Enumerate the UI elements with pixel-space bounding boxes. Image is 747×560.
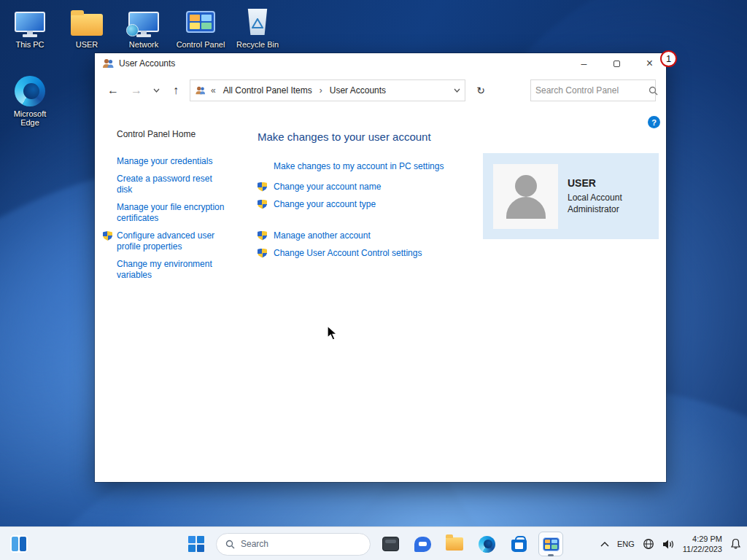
desktop: This PC USER Network Control Panel Recyc: [0, 0, 747, 560]
search-input[interactable]: [535, 85, 649, 96]
uac-shield-icon: [258, 200, 267, 209]
desktop-icon-label: USER: [76, 40, 98, 49]
desktop-icon-recycle-bin[interactable]: Recycle Bin: [229, 6, 286, 49]
desktop-icons: This PC USER Network Control Panel Recyc: [1, 6, 286, 49]
app-window-icon: [382, 537, 399, 551]
search-icon: [225, 540, 235, 549]
link-pc-settings[interactable]: Make changes to my account in PC setting…: [274, 161, 444, 171]
sidebar-item-password-reset-disk[interactable]: Create a password reset disk: [117, 174, 228, 195]
sidebar-item-environment-variables[interactable]: Change my environment variables: [117, 259, 228, 281]
back-button[interactable]: ←: [104, 81, 123, 100]
desktop-icon-user-folder[interactable]: USER: [58, 6, 115, 49]
store-icon: [511, 540, 527, 552]
breadcrumb-all-control-panel-items[interactable]: All Control Panel Items: [221, 84, 314, 97]
network-globe-icon[interactable]: [643, 538, 654, 550]
avatar-torso: [506, 197, 546, 219]
sidebar: Control Panel Home Manage your credentia…: [95, 107, 258, 482]
network-icon: [126, 6, 161, 38]
file-explorer-icon: [446, 537, 463, 551]
window-body: Control Panel Home Manage your credentia…: [95, 107, 666, 482]
navigation-bar: ← → ↑ « All Control Panel Items › User A…: [95, 74, 666, 107]
tray-overflow-button[interactable]: [600, 542, 609, 547]
desktop-icon-microsoft-edge[interactable]: Microsoft Edge: [1, 75, 58, 127]
start-button[interactable]: [184, 532, 209, 556]
uac-shield-icon: [258, 231, 267, 241]
desktop-icon-control-panel[interactable]: Control Panel: [172, 6, 229, 49]
uac-shield-icon: [258, 182, 267, 192]
taskbar-app-edge[interactable]: [474, 532, 499, 556]
taskbar-app-file-explorer[interactable]: [442, 532, 467, 556]
volume-icon[interactable]: [662, 539, 675, 550]
taskbar-app-store[interactable]: [506, 532, 531, 556]
edge-icon: [12, 75, 47, 107]
window-titlebar: User Accounts – ×: [95, 53, 666, 74]
forward-button[interactable]: →: [127, 81, 146, 100]
desktop-icons-row2: Microsoft Edge: [1, 75, 58, 127]
breadcrumb-user-accounts[interactable]: User Accounts: [328, 84, 388, 97]
sidebar-item-manage-credentials[interactable]: Manage your credentials: [117, 156, 228, 167]
user-role: Administrator: [568, 203, 622, 215]
user-tile-text: USER Local Account Administrator: [568, 177, 622, 215]
maximize-button[interactable]: [600, 53, 633, 74]
uac-shield-icon: [258, 249, 267, 258]
taskbar-app-chat[interactable]: [410, 532, 435, 556]
chevron-down-icon: [153, 88, 160, 93]
taskbar-center: Search: [184, 527, 563, 560]
widgets-icon[interactable]: [10, 535, 28, 553]
breadcrumb-separator-icon: ›: [318, 85, 324, 96]
chevron-up-icon: [600, 542, 609, 547]
sidebar-item-advanced-user-profile[interactable]: Configure advanced user profile properti…: [117, 230, 228, 252]
taskbar-app-control-panel[interactable]: [538, 532, 563, 556]
address-bar[interactable]: « All Control Panel Items › User Account…: [190, 79, 465, 101]
page-title: Make changes to your user account: [258, 131, 666, 143]
language-indicator[interactable]: ENG: [617, 540, 635, 548]
control-panel-search[interactable]: [530, 79, 656, 101]
breadcrumb-overflow[interactable]: «: [209, 85, 217, 96]
control-panel-icon: [543, 537, 560, 551]
main-content: Make changes to your user account Make c…: [258, 107, 666, 482]
link-change-account-type[interactable]: Change your account type: [274, 199, 376, 209]
this-pc-icon: [12, 6, 47, 38]
clock-time: 4:29 PM: [683, 534, 722, 544]
taskbar-search[interactable]: Search: [216, 533, 371, 556]
sidebar-item-label: Configure advanced user profile properti…: [117, 230, 214, 252]
notifications-bell-icon[interactable]: [730, 538, 741, 550]
maximize-icon: [614, 61, 620, 67]
edge-icon: [479, 536, 495, 553]
minimize-button[interactable]: –: [568, 53, 600, 74]
taskbar-search-label: Search: [241, 539, 268, 549]
desktop-icon-label: This PC: [15, 40, 44, 49]
link-change-uac-settings[interactable]: Change User Account Control settings: [274, 248, 422, 258]
window-title: User Accounts: [119, 58, 175, 69]
desktop-icon-this-pc[interactable]: This PC: [1, 6, 58, 49]
link-change-account-name[interactable]: Change your account name: [274, 182, 381, 192]
desktop-icon-label: Microsoft Edge: [4, 109, 56, 127]
recent-pages-dropdown[interactable]: [150, 81, 162, 100]
user-account-type: Local Account: [568, 192, 622, 203]
annotation-marker-1: 1: [660, 50, 677, 67]
recycle-bin-icon: [240, 6, 275, 38]
taskbar: Search ENG 4:29 PM 11/22/2: [0, 526, 747, 560]
user-avatar: [493, 164, 558, 229]
folder-icon: [69, 6, 104, 38]
up-button[interactable]: ↑: [166, 81, 185, 100]
windows-logo-icon: [188, 536, 204, 552]
desktop-icon-label: Control Panel: [177, 40, 225, 49]
desktop-icon-network[interactable]: Network: [115, 6, 172, 49]
user-name: USER: [568, 177, 622, 189]
refresh-button[interactable]: ↻: [470, 79, 492, 101]
taskbar-clock[interactable]: 4:29 PM 11/22/2023: [683, 534, 722, 554]
task-row: Change User Account Control settings: [258, 248, 666, 258]
sidebar-item-control-panel-home[interactable]: Control Panel Home: [117, 129, 258, 139]
caption-buttons: – ×: [568, 53, 666, 74]
clock-date: 11/22/2023: [683, 544, 722, 554]
taskbar-app-window[interactable]: [378, 532, 403, 556]
address-dropdown-icon[interactable]: [454, 88, 460, 93]
sidebar-item-file-encryption-certificates[interactable]: Manage your file encryption certificates: [117, 202, 228, 224]
search-icon: [649, 86, 658, 96]
user-accounts-window: User Accounts – × ← → ↑ « All Control Pa…: [95, 53, 666, 482]
desktop-icon-label: Network: [129, 40, 158, 49]
link-manage-another-account[interactable]: Manage another account: [274, 230, 371, 241]
help-button[interactable]: ?: [648, 116, 660, 128]
breadcrumb-page-icon: [195, 85, 206, 96]
